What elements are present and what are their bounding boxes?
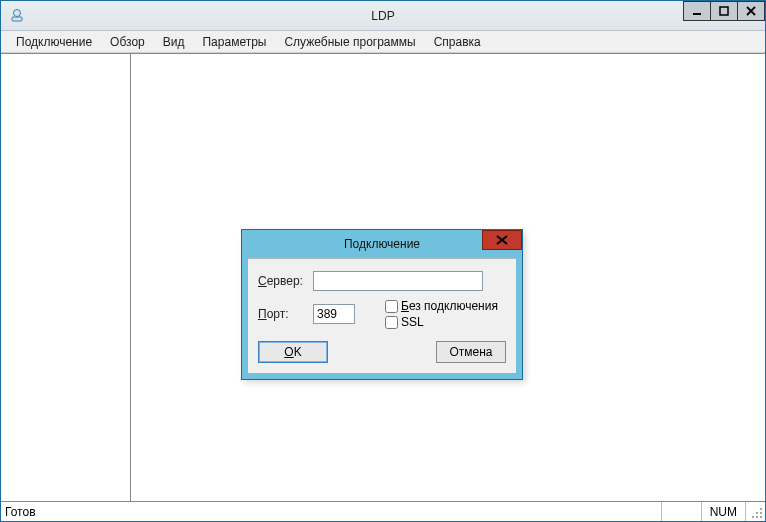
svg-rect-1: [12, 17, 22, 21]
menubar: Подключение Обзор Вид Параметры Служебны…: [1, 31, 765, 53]
svg-point-11: [752, 516, 754, 518]
svg-point-13: [760, 516, 762, 518]
minimize-button[interactable]: [683, 1, 711, 21]
server-input[interactable]: [313, 271, 483, 291]
status-num: NUM: [701, 502, 745, 521]
dialog-titlebar: Подключение: [242, 230, 522, 258]
server-label: Сервер:: [258, 274, 313, 288]
svg-point-9: [756, 512, 758, 514]
ssl-label: SSL: [401, 315, 424, 329]
tree-pane[interactable]: [1, 54, 131, 501]
menu-view[interactable]: Вид: [154, 33, 194, 51]
maximize-button[interactable]: [710, 1, 738, 21]
ssl-checkbox-row[interactable]: SSL: [385, 315, 498, 329]
app-title: LDP: [1, 9, 765, 23]
svg-rect-3: [720, 7, 728, 15]
status-ready: Готов: [1, 505, 661, 519]
cancel-button[interactable]: Отмена: [436, 341, 506, 363]
app-icon: [9, 8, 25, 24]
connectionless-label: Без подключения: [401, 299, 498, 313]
menu-help[interactable]: Справка: [425, 33, 490, 51]
menu-utilities[interactable]: Служебные программы: [275, 33, 424, 51]
dialog-body: Сервер: Порт: Без подключения SSL: [248, 258, 516, 373]
resize-grip[interactable]: [745, 502, 765, 521]
window-controls: [684, 1, 765, 21]
ssl-checkbox[interactable]: [385, 316, 398, 329]
port-input[interactable]: [313, 304, 355, 324]
svg-point-12: [756, 516, 758, 518]
dialog-close-button[interactable]: [482, 230, 522, 250]
close-button[interactable]: [737, 1, 765, 21]
titlebar: LDP: [1, 1, 765, 31]
statusbar: Готов NUM: [1, 501, 765, 521]
menu-browse[interactable]: Обзор: [101, 33, 154, 51]
connect-dialog: Подключение Сервер: Порт: Без под: [241, 229, 523, 380]
svg-point-0: [14, 9, 21, 16]
status-cell-empty1: [661, 502, 701, 521]
port-label: Порт:: [258, 307, 313, 321]
connectionless-checkbox[interactable]: [385, 300, 398, 313]
dialog-title: Подключение: [344, 237, 420, 251]
connectionless-checkbox-row[interactable]: Без подключения: [385, 299, 498, 313]
app-window: LDP Подключение Обзор Вид Параметры Служ…: [0, 0, 766, 522]
ok-button[interactable]: OK: [258, 341, 328, 363]
svg-point-10: [760, 512, 762, 514]
client-area: Подключение Сервер: Порт: Без под: [1, 53, 765, 501]
svg-point-8: [760, 508, 762, 510]
menu-options[interactable]: Параметры: [193, 33, 275, 51]
menu-connection[interactable]: Подключение: [7, 33, 101, 51]
